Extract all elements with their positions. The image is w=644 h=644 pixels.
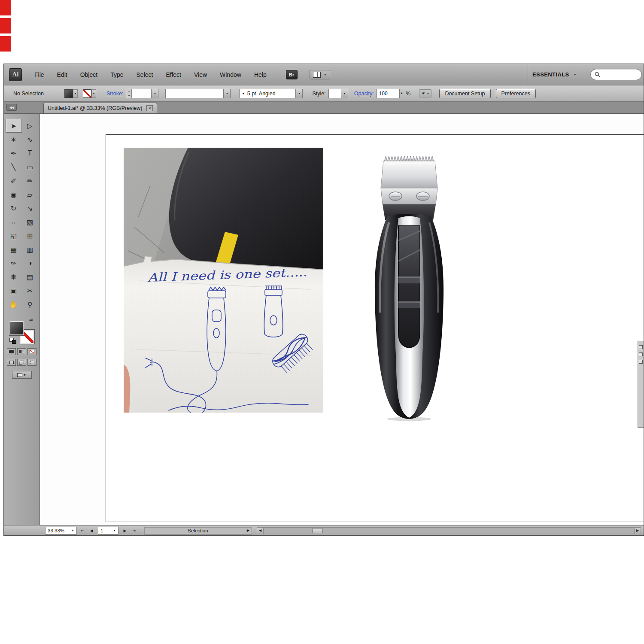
opacity-slider-popout-icon[interactable]: ‣ xyxy=(401,91,404,96)
status-flyout-icon[interactable]: ▶ xyxy=(247,529,249,532)
collapsed-panel-dock[interactable] xyxy=(638,341,644,428)
line-segment-tool[interactable]: ╲ xyxy=(6,160,22,174)
perspective-grid-tool[interactable]: ⊞ xyxy=(22,229,38,243)
dock-panel-icon[interactable] xyxy=(639,360,643,364)
fill-swatch-dropdown[interactable]: ▼ xyxy=(73,89,78,98)
rotate-tool[interactable]: ↻ xyxy=(6,201,22,215)
variable-width-profile-combo[interactable]: ▼ xyxy=(165,89,231,98)
stroke-color-swatch[interactable] xyxy=(83,89,91,98)
free-transform-tool[interactable]: ▧ xyxy=(22,215,38,229)
document-tab[interactable]: Untitled-1.ai* @ 33.33% (RGB/Preview) ✕ xyxy=(43,103,157,113)
fill-swatch-large[interactable] xyxy=(9,321,24,335)
gradient-tool[interactable]: ▥ xyxy=(22,243,38,256)
dock-panel-icon[interactable] xyxy=(639,352,643,356)
zoom-tool[interactable]: ⚲ xyxy=(22,298,38,311)
arrange-documents-button[interactable]: ▼ xyxy=(310,70,330,79)
stroke-swatch-dropdown[interactable]: ▼ xyxy=(91,89,96,98)
style-combo[interactable]: ▼ xyxy=(328,89,348,98)
app-logo[interactable]: Ai xyxy=(9,68,22,81)
lasso-tool[interactable]: ∿ xyxy=(22,133,38,146)
paintbrush-tool[interactable]: ✐ xyxy=(6,174,22,188)
stroke-weight-combo[interactable]: ▼ xyxy=(132,89,158,98)
combo-dropdown-cap[interactable]: ▼ xyxy=(223,89,230,98)
column-graph-tool[interactable]: ▤ xyxy=(22,270,38,284)
bridge-button[interactable]: Br xyxy=(286,70,298,79)
artboard-tool[interactable]: ▣ xyxy=(6,284,22,298)
scroll-right-button[interactable]: ▶ xyxy=(634,528,641,534)
select-similar-button[interactable]: ✶ ▼ xyxy=(419,89,431,97)
stroke-link[interactable]: Stroke: xyxy=(106,91,124,97)
menu-help[interactable]: Help xyxy=(248,64,273,85)
menu-view[interactable]: View xyxy=(188,64,213,85)
menu-window[interactable]: Window xyxy=(213,64,248,85)
symbol-sprayer-tool[interactable]: ❋ xyxy=(6,270,22,284)
eyedropper-tool[interactable]: ✑ xyxy=(6,256,22,270)
menu-effect[interactable]: Effect xyxy=(159,64,188,85)
scrollbar-thumb[interactable] xyxy=(312,528,323,533)
scale-tool[interactable]: ↘ xyxy=(22,201,38,215)
fill-color-swatch[interactable] xyxy=(64,89,73,98)
horizontal-scrollbar[interactable]: ◀ ▶ xyxy=(257,527,641,534)
search-box[interactable] xyxy=(590,69,642,80)
clipper-base-shadow xyxy=(387,417,431,421)
menu-file[interactable]: File xyxy=(28,64,51,85)
selection-tool[interactable]: ➤ xyxy=(6,119,22,133)
draw-behind-button[interactable] xyxy=(17,359,26,366)
color-mode-button[interactable] xyxy=(7,348,16,355)
stepper-up-icon[interactable]: ▲ xyxy=(126,89,131,94)
search-input[interactable] xyxy=(603,72,637,78)
stepper-down-icon[interactable]: ▼ xyxy=(126,94,131,98)
clipper-blade xyxy=(381,161,437,188)
workspace-switcher[interactable]: ESSENTIALS ▼ xyxy=(528,64,581,85)
preferences-button[interactable]: Preferences xyxy=(496,89,536,98)
width-tool[interactable]: ↔ xyxy=(6,215,22,229)
menu-type[interactable]: Type xyxy=(104,64,130,85)
clipper-artwork-object[interactable] xyxy=(368,149,450,421)
shape-builder-tool[interactable]: ◱ xyxy=(6,229,22,243)
last-artboard-button[interactable]: ⇥ xyxy=(131,527,137,534)
pencil-tool[interactable]: ✏ xyxy=(22,174,38,188)
previous-artboard-button[interactable]: ◀ xyxy=(88,527,95,534)
combo-dropdown-cap[interactable]: ▼ xyxy=(295,89,302,98)
draw-inside-button[interactable] xyxy=(27,359,36,366)
slice-tool[interactable]: ✂ xyxy=(22,284,38,298)
brush-definition-combo[interactable]: ● 5 pt. Angled ▼ xyxy=(239,89,303,98)
hand-tool[interactable]: ✋ xyxy=(6,298,22,311)
collapse-panel-button[interactable]: ◀◀ xyxy=(6,104,17,111)
swap-fill-stroke-icon[interactable]: ⇄ xyxy=(29,317,33,322)
status-field[interactable]: Selection ▶ xyxy=(144,527,252,535)
opacity-input[interactable] xyxy=(377,89,400,98)
next-artboard-button[interactable]: ▶ xyxy=(122,527,128,534)
blend-tool[interactable]: ◑ xyxy=(22,256,38,270)
canvas[interactable]: All I need is one set..... xyxy=(40,114,644,525)
eraser-tool[interactable]: ▱ xyxy=(22,188,38,201)
first-artboard-button[interactable]: ⇤ xyxy=(79,527,86,534)
rectangle-tool[interactable]: ▭ xyxy=(22,160,38,174)
placed-photo-object[interactable]: All I need is one set..... xyxy=(124,148,323,413)
type-tool[interactable]: T xyxy=(22,146,38,160)
menu-select[interactable]: Select xyxy=(130,64,160,85)
artboard-number-dropdown[interactable]: 1 ▼ xyxy=(98,527,118,535)
dock-panel-icon[interactable] xyxy=(639,345,643,349)
document-setup-button[interactable]: Document Setup xyxy=(439,89,490,98)
scroll-left-button[interactable]: ◀ xyxy=(257,528,264,534)
default-fill-stroke-icon[interactable] xyxy=(9,338,16,344)
change-screen-mode-button[interactable]: ▼ xyxy=(12,371,32,379)
opacity-link[interactable]: Opacity: xyxy=(354,91,374,97)
menu-edit[interactable]: Edit xyxy=(51,64,74,85)
gradient-mode-button[interactable] xyxy=(17,348,26,355)
mesh-tool[interactable]: ▦ xyxy=(6,243,22,256)
draw-normal-button[interactable] xyxy=(7,359,16,366)
pen-tool[interactable]: ✒ xyxy=(6,146,22,160)
blob-brush-tool[interactable]: ◉ xyxy=(6,188,22,201)
tab-close-button[interactable]: ✕ xyxy=(146,105,153,111)
zoom-level-dropdown[interactable]: 33.33% ▼ xyxy=(45,527,77,535)
direct-selection-tool[interactable]: ▷ xyxy=(22,119,38,133)
none-mode-button[interactable] xyxy=(27,348,36,355)
stroke-weight-stepper[interactable]: ▲ ▼ xyxy=(126,89,132,98)
brush-preview-icon: ● xyxy=(242,92,244,95)
menu-object[interactable]: Object xyxy=(74,64,104,85)
combo-dropdown-cap[interactable]: ▼ xyxy=(341,89,348,98)
magic-wand-tool[interactable]: ✶ xyxy=(6,133,22,146)
combo-dropdown-cap[interactable]: ▼ xyxy=(151,89,158,98)
